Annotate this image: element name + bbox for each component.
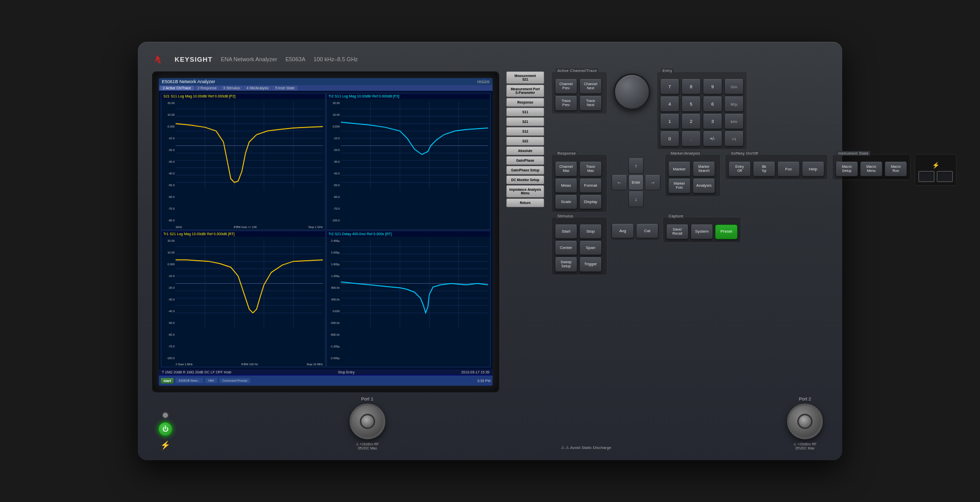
- marker-search-button[interactable]: MarkerSearch: [693, 162, 715, 177]
- key-km[interactable]: k/m: [724, 114, 744, 129]
- key-1[interactable]: 1: [660, 114, 679, 129]
- display-button[interactable]: Display: [579, 195, 602, 209]
- controls-panel: Active Channel/Trace ChannelPrev Channel…: [551, 71, 957, 392]
- usb-group: ⚡: [915, 154, 957, 186]
- key-plusminus[interactable]: +/-: [703, 131, 722, 146]
- channel-next-button[interactable]: ChannelNext: [579, 79, 602, 94]
- key-mu[interactable]: M/μ: [724, 96, 744, 112]
- foc-button[interactable]: Foc: [777, 162, 800, 177]
- key-6[interactable]: 6: [703, 96, 722, 112]
- scale-button[interactable]: Scale: [555, 195, 577, 209]
- trace-next-button[interactable]: TraceNext: [579, 96, 602, 111]
- softkey-measurement-port[interactable]: Measurement PortS-Parameter: [506, 85, 544, 97]
- softkey-return[interactable]: Return: [506, 198, 544, 207]
- sweep-setup-button[interactable]: SweepSetup: [555, 257, 577, 272]
- entry-off-button[interactable]: EntryOff: [728, 162, 751, 177]
- cal-button[interactable]: Cal: [636, 224, 658, 238]
- tab-active-channel[interactable]: 2 Active Ch/Trace: [160, 86, 194, 90]
- softkey-response[interactable]: Response: [506, 98, 544, 107]
- key-dot[interactable]: .: [681, 131, 701, 146]
- softkey-s11[interactable]: S11: [506, 108, 544, 116]
- main-knob[interactable]: [614, 73, 650, 110]
- taskbar-start-button[interactable]: start: [161, 378, 174, 384]
- power-button[interactable]: ⏻: [157, 421, 174, 437]
- key-9[interactable]: 9: [703, 79, 722, 94]
- macro-setup-button[interactable]: MacroSetup: [836, 162, 858, 177]
- nav-left-button[interactable]: ←: [611, 175, 627, 191]
- tab-instr-state[interactable]: 5 Instr State: [272, 86, 298, 90]
- key-2[interactable]: 2: [681, 114, 701, 129]
- channel-prev-button[interactable]: ChannelPrev: [555, 79, 577, 94]
- usb-port-2[interactable]: [937, 171, 953, 182]
- center-button[interactable]: Center: [555, 241, 577, 255]
- softkey-s21[interactable]: S21: [506, 117, 544, 126]
- marker-button[interactable]: Marker: [668, 162, 691, 177]
- analysis-button[interactable]: Analysis: [693, 179, 715, 193]
- response-group: Response ChannelMax TraceMax Meas Format…: [551, 154, 607, 213]
- avg-button[interactable]: Avg: [611, 224, 634, 238]
- nav-up-button[interactable]: ↑: [628, 158, 644, 174]
- softkey-impedance[interactable]: Impedance Analysis Menu: [506, 185, 544, 197]
- system-button[interactable]: System: [691, 224, 713, 239]
- format-button[interactable]: Format: [579, 179, 602, 193]
- trace-prev-button[interactable]: TracePrev: [555, 96, 577, 111]
- marker-analysis-label: Marker/Analysis: [669, 151, 702, 156]
- port2-connector[interactable]: [787, 404, 823, 439]
- key-8[interactable]: 8: [681, 79, 701, 94]
- active-channel-buttons: ChannelPrev ChannelNext TracePrev TraceN…: [555, 79, 604, 111]
- main-content: E5061B Network Analyzer resize 2 Active …: [152, 71, 828, 392]
- entry-keypad: 7 8 9 G/n 4 5 6 M/μ 1: [660, 79, 744, 146]
- softkey-s22[interactable]: S22: [506, 137, 544, 145]
- port1-connector[interactable]: [350, 404, 385, 439]
- macro-run-button[interactable]: MacroRun: [885, 162, 907, 177]
- trigger-button[interactable]: Trigger: [579, 257, 602, 272]
- softkey-dc-monitor[interactable]: DC Monitor Setup: [506, 175, 544, 184]
- key-3[interactable]: 3: [703, 114, 722, 129]
- chart-4-graph: [341, 239, 488, 328]
- tab-mk-analysis[interactable]: 4 Mk/Analysis: [243, 86, 272, 90]
- chart-1-y-axis: 20.00 10.00 0.000 -10.0 -20.0 -30.0 -40.…: [162, 102, 176, 222]
- softkey-measurement-s21[interactable]: MeasurementS21: [506, 71, 544, 84]
- bk-sp-button[interactable]: BkSp: [753, 162, 775, 177]
- nav-right-button[interactable]: →: [645, 175, 660, 191]
- trace-max-button[interactable]: TraceMax: [579, 162, 602, 177]
- left-indicators: ⏻ ⚡: [157, 413, 174, 450]
- screen-title-bar: E5061B Network Analyzer resize: [159, 78, 493, 85]
- key-gn[interactable]: G/n: [724, 79, 744, 94]
- softkey-s12[interactable]: S12: [506, 127, 544, 136]
- chart-1-x-axis: 1kHz IFBW Auto <= 100 Stop 1 GHz: [176, 225, 323, 229]
- nav-enter-button[interactable]: Enter: [628, 175, 644, 191]
- screen-title: E5061B Network Analyzer: [162, 79, 215, 84]
- meas-button[interactable]: Meas: [555, 179, 577, 193]
- nav-down-button[interactable]: ↓: [628, 191, 644, 207]
- chart-3-title: Tr1 S21 Log Mag 10.00dB/ Ref 0.000dB [RT…: [161, 231, 325, 237]
- key-0[interactable]: 0: [660, 131, 679, 146]
- softkey-gain-phase[interactable]: Gain/Phase: [506, 156, 544, 165]
- taskbar-item-2[interactable]: VBA: [205, 378, 217, 383]
- screen-inner: E5061B Network Analyzer resize 2 Active …: [159, 78, 493, 386]
- marker-fctn-button[interactable]: MarkerFctn: [668, 179, 691, 193]
- key-5[interactable]: 5: [681, 96, 701, 112]
- key-4[interactable]: 4: [660, 96, 679, 112]
- start-button[interactable]: Start: [555, 224, 577, 239]
- controls-mid-row: Response ChannelMax TraceMax Meas Format…: [551, 154, 957, 213]
- preset-button[interactable]: Preset: [715, 224, 738, 239]
- macro-menu-button[interactable]: MacroMenu: [860, 162, 883, 177]
- tab-stimulus[interactable]: 3 Stimulus: [220, 86, 243, 90]
- port1-area: Port 1 ⚠ +26dBm RF35VDC Max: [350, 396, 385, 450]
- softkey-absolute[interactable]: Absolute: [506, 146, 544, 155]
- usb-port-1[interactable]: [918, 171, 935, 182]
- help-button[interactable]: Help: [802, 162, 824, 177]
- port1-warning: ⚠ +26dBm RF35VDC Max: [356, 442, 379, 450]
- taskbar-item-1[interactable]: E5061B Netw...: [176, 378, 203, 383]
- stop-button[interactable]: Stop: [579, 224, 602, 239]
- softkey-gain-phase-setup[interactable]: Gain/Phase Setup: [506, 166, 544, 174]
- key-x1[interactable]: ×1: [724, 131, 744, 146]
- tab-response[interactable]: 2 Response: [194, 86, 219, 90]
- span-button[interactable]: Span: [579, 241, 602, 255]
- taskbar-item-3[interactable]: Command Prompt: [219, 378, 251, 383]
- channel-max-button[interactable]: ChannelMax: [555, 162, 577, 177]
- save-recall-button[interactable]: Save/Recall: [666, 224, 689, 239]
- key-7[interactable]: 7: [660, 79, 679, 94]
- brand-name: KEYSIGHT: [175, 56, 212, 63]
